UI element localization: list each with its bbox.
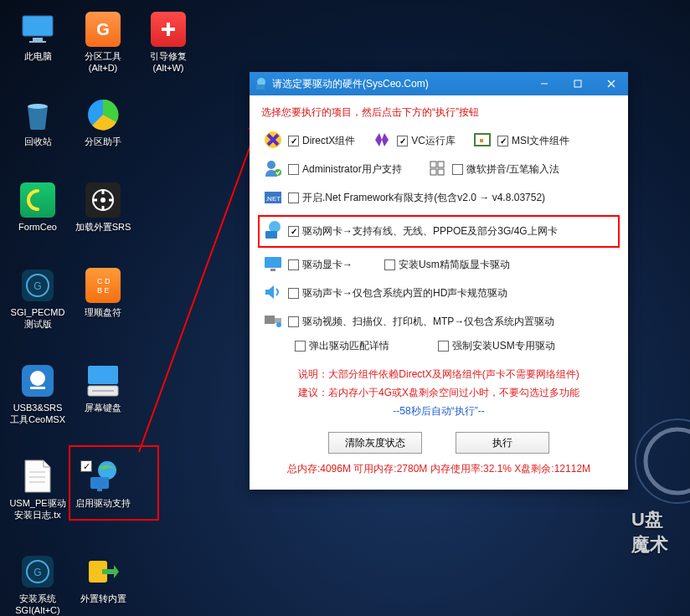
highlight-desktop-icon	[69, 445, 159, 521]
checkbox-admin[interactable]	[288, 164, 299, 175]
svg-rect-58	[265, 257, 281, 268]
svg-rect-1	[33, 38, 43, 41]
label-ime: 微软拼音/五笔输入法	[466, 162, 559, 177]
desktop-formceo[interactable]: FormCeo	[8, 182, 67, 233]
label-network: 驱动网卡→支持有线、无线、PPPOE及部分3G/4G上网卡	[302, 224, 558, 239]
checkbox-usm-display[interactable]	[384, 259, 395, 270]
network-icon	[261, 220, 285, 243]
checkbox-popup-detail[interactable]	[295, 341, 306, 352]
close-button[interactable]	[595, 72, 628, 95]
instruction-text: 选择您要执行的项目，然后点击下方的“执行”按钮	[261, 105, 616, 120]
clear-gray-button[interactable]: 清除灰度状态	[328, 432, 422, 454]
desktop-label: USM_PE驱动安装日志.tx	[8, 497, 67, 521]
note1: 说明：大部分组件依赖DirectX及网络组件(声卡不需要网络组件)	[261, 365, 616, 383]
svg-text:G: G	[33, 567, 41, 578]
desktop-label: USB3&SRS工具CeoMSX	[8, 402, 67, 425]
svg-rect-2	[29, 41, 46, 43]
label-audio: 驱动声卡→仅包含系统内置的HD声卡规范驱动	[302, 286, 507, 300]
svg-rect-61	[275, 318, 281, 323]
desktop-boot-repair[interactable]: 引导修复(Alt+W)	[139, 12, 198, 74]
svg-rect-47	[480, 139, 483, 142]
svg-rect-52	[430, 169, 436, 175]
svg-point-37	[646, 429, 690, 493]
checkbox-msi[interactable]	[497, 136, 508, 146]
notes: 说明：大部分组件依赖DirectX及网络组件(声卡不需要网络组件) 建议：若内存…	[261, 365, 616, 420]
highlight-network-row: 驱动网卡→支持有线、无线、PPPOE及部分3G/4G上网卡	[258, 215, 620, 248]
desktop-label: 安装系统SGI(Alt+C)	[8, 593, 67, 616]
svg-point-62	[276, 322, 281, 327]
desktop-label: 分区助手	[74, 136, 132, 147]
svg-rect-34	[162, 28, 175, 31]
label-admin: Administrator用户支持	[302, 162, 402, 177]
label-vc: VC运行库	[411, 134, 456, 148]
titlebar[interactable]: 请选定要驱动的硬件(SysCeo.Com)	[250, 72, 628, 95]
checkbox-dotnet[interactable]	[288, 192, 299, 203]
run-button[interactable]: 执行	[456, 432, 549, 454]
desktop-label: 加载外置SRS	[74, 221, 132, 233]
desktop-partition-tool[interactable]: G 分区工具(Alt+D)	[74, 12, 132, 74]
desktop-onscreen-kbd[interactable]: 屏幕键盘	[74, 363, 132, 413]
driver-dialog: 请选定要驱动的硬件(SysCeo.Com) 选择您要执行的项目，然后点击下方的“…	[250, 72, 628, 490]
svg-point-56	[269, 221, 281, 233]
desktop-recycle[interactable]: 回收站	[8, 97, 67, 147]
desktop-usb3-srs[interactable]: USB3&SRS工具CeoMSX	[8, 363, 67, 425]
svg-point-8	[30, 371, 45, 386]
label-popup-detail: 弹出驱动匹配详情	[309, 339, 389, 353]
msi-icon	[471, 131, 494, 151]
desktop-partition-assist[interactable]: 分区助手	[74, 97, 132, 147]
svg-rect-40	[256, 85, 265, 90]
audio-icon	[261, 282, 285, 305]
dotnet-icon: .NET	[261, 187, 285, 209]
svg-rect-59	[270, 269, 275, 271]
note2: 建议：若内存小于4G或X盘剩余空间过小时，不要勾选过多功能	[261, 383, 616, 402]
svg-text:C D: C D	[97, 277, 111, 285]
desktop-ext-to-int[interactable]: 外置转内置	[74, 554, 132, 604]
desktop-this-pc[interactable]: 此电脑	[8, 12, 67, 62]
checkbox-force-usm[interactable]	[438, 341, 449, 352]
svg-rect-53	[438, 169, 444, 175]
label-directx: DirectX组件	[302, 134, 355, 148]
desktop-reorder-drives[interactable]: C DB E 理顺盘符	[74, 268, 132, 318]
svg-rect-51	[438, 162, 444, 167]
app-icon	[255, 77, 268, 90]
checkbox-vc[interactable]	[397, 136, 408, 146]
svg-rect-9	[30, 387, 45, 389]
checkbox-audio[interactable]	[288, 288, 299, 299]
desktop-sgi-pecmd[interactable]: G SGI_PECMD测试版	[8, 268, 67, 330]
desktop-label: FormCeo	[8, 221, 67, 233]
checkbox-ime[interactable]	[452, 164, 463, 175]
svg-point-49	[275, 169, 281, 176]
checkbox-network[interactable]	[288, 226, 299, 237]
desktop-install-sgi[interactable]: G 安装系统SGI(Alt+C)	[8, 554, 67, 616]
label-display: 驱动显卡→	[302, 258, 353, 272]
svg-rect-50	[430, 162, 436, 167]
checkbox-peripheral[interactable]	[288, 316, 299, 327]
svg-rect-42	[574, 80, 581, 87]
svg-rect-26	[88, 366, 118, 384]
desktop-label: SGI_PECMD测试版	[8, 306, 67, 330]
peripheral-icon	[261, 311, 285, 333]
svg-point-3	[28, 104, 48, 109]
label-peripheral: 驱动视频、扫描仪、打印机、MTP→仅包含系统内置驱动	[302, 315, 554, 329]
vc-icon	[370, 131, 394, 151]
status-line: 总内存:4096M 可用内存:2780M 内存使用率:32.1% X盘剩余:12…	[261, 462, 616, 476]
desktop-label: 外置转内置	[74, 593, 132, 604]
countdown: --58秒后自动“执行”--	[261, 402, 616, 420]
checkbox-directx[interactable]	[288, 136, 299, 146]
desktop-usm-log[interactable]: USM_PE驱动安装日志.tx	[8, 459, 67, 521]
svg-point-19	[100, 198, 106, 203]
checkbox-display[interactable]	[288, 259, 299, 270]
minimize-button[interactable]	[528, 72, 561, 95]
desktop-label: 分区工具(Alt+D)	[74, 50, 132, 74]
desktop-label: 引导修复(Alt+W)	[139, 50, 198, 74]
maximize-button[interactable]	[561, 72, 595, 95]
svg-line-35	[139, 116, 261, 452]
desktop-label: 此电脑	[8, 50, 67, 62]
directx-icon	[261, 130, 285, 152]
svg-rect-60	[265, 316, 275, 324]
desktop-load-srs[interactable]: 加载外置SRS	[74, 182, 132, 233]
ime-icon	[425, 159, 449, 180]
svg-text:G: G	[33, 280, 41, 292]
admin-icon	[261, 158, 285, 181]
svg-point-48	[267, 161, 275, 169]
